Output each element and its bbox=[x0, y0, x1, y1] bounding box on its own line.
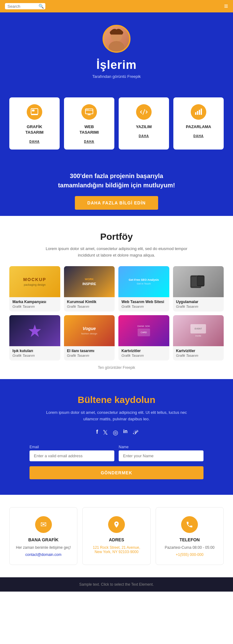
promo-text: 300'den fazla projenin başarıylatamamlan… bbox=[19, 171, 214, 190]
yazilim-link[interactable]: DAHA bbox=[139, 134, 149, 138]
top-bar: 🔍 ≡ bbox=[0, 0, 233, 12]
contact-grid: ✉ BANA GRAFİK Her zaman benimle iletişim… bbox=[9, 507, 224, 565]
contact-card-grafik: ✉ BANA GRAFİK Her zaman benimle iletişim… bbox=[9, 507, 77, 565]
portfolio-category-8: Grafik Tasarım bbox=[176, 354, 221, 357]
social-pinterest[interactable]: 𝒫 bbox=[133, 429, 137, 436]
social-facebook[interactable]: f bbox=[96, 429, 98, 436]
portfolio-item-6[interactable]: Vogue fashion design El ilanı tasarımı G… bbox=[64, 315, 115, 360]
portfolio-item-4[interactable]: Uygulamalar Grafik Tasarım bbox=[173, 266, 224, 311]
portfolio-info-7: Kartvizitler Grafik Tasarım bbox=[118, 346, 169, 360]
svg-point-12 bbox=[88, 110, 89, 110]
avatar bbox=[103, 25, 130, 53]
web-link[interactable]: DAHA bbox=[84, 140, 94, 143]
portfolio-credit: Ten görüntüler Freepik bbox=[9, 365, 224, 370]
portfolio-item-5[interactable]: Işık kutuları Grafik Tasarım bbox=[9, 315, 60, 360]
search-icon: 🔍 bbox=[39, 4, 44, 9]
service-card-yazilim: YAZILIM DAHA bbox=[119, 97, 169, 150]
pazarlama-title: PAZARLAMA bbox=[176, 124, 221, 130]
svg-rect-16 bbox=[199, 110, 200, 115]
portfolio-category-5: Grafik Tasarım bbox=[12, 354, 57, 357]
service-card-pazarlama: PAZARLAMA DAHA bbox=[173, 97, 224, 150]
grafik-title: GRAFİKTASARIM bbox=[12, 124, 57, 135]
contact-address-line2: New York, NY 92103-9000 bbox=[89, 550, 144, 554]
portfolio-item-8[interactable]: EVENT Invite Kartvizitler Grafik Tasarım bbox=[173, 315, 224, 360]
contact-card-telefon: TELEFON Pazartesi-Cuma 08:00 - 05:00 +1(… bbox=[156, 507, 224, 565]
svg-rect-15 bbox=[197, 111, 198, 115]
portfolio-image-1: MOCKUP packaging design bbox=[9, 266, 60, 297]
svg-point-11 bbox=[87, 110, 88, 110]
portfolio-image-6: Vogue fashion design bbox=[64, 315, 115, 346]
portfolio-info-2: Kurumsal Kimlik Grafik Tasarım bbox=[64, 297, 115, 311]
name-group: Name bbox=[119, 445, 203, 461]
portfolio-name-5: Işık kutuları bbox=[12, 349, 57, 353]
footer-text: Sample text. Click to select the Text El… bbox=[79, 582, 154, 587]
portfolio-freepik-link[interactable]: Freepik bbox=[123, 365, 135, 370]
social-instagram[interactable]: ◎ bbox=[113, 429, 118, 436]
portfolio-image-2: WORK INSPIRE bbox=[64, 266, 115, 297]
hero-title: İşlerim bbox=[6, 58, 227, 72]
footer: Sample text. Click to select the Text El… bbox=[0, 577, 233, 592]
email-input[interactable] bbox=[30, 450, 114, 461]
contact-card-adres: ADRES 121 Rock Street, 21 Avenue, New Yo… bbox=[82, 507, 150, 565]
avatar-image bbox=[104, 25, 129, 53]
portfolio-info-8: Kartvizitler Grafik Tasarım bbox=[173, 346, 224, 360]
svg-point-10 bbox=[86, 110, 87, 110]
email-label: Email bbox=[30, 445, 114, 449]
social-icons: f 𝕏 ◎ in 𝒫 bbox=[9, 429, 224, 436]
name-input[interactable] bbox=[119, 450, 203, 461]
name-label: Name bbox=[119, 445, 203, 449]
portfolio-grid-row1: MOCKUP packaging design Marka Kampanyası… bbox=[9, 266, 224, 311]
portfolio-image-5 bbox=[9, 315, 60, 346]
portfolio-name-6: El ilanı tasarımı bbox=[67, 349, 112, 353]
newsletter-title: Bültene kaydolun bbox=[9, 395, 224, 405]
portfolio-name-4: Uygulamalar bbox=[176, 300, 221, 304]
portfolio-name-8: Kartvizitler bbox=[176, 349, 221, 353]
portfolio-item-3[interactable]: Get Free SEO Analysis Get in Touch Web T… bbox=[118, 266, 169, 311]
email-group: Email bbox=[30, 445, 114, 461]
freepik-link[interactable]: Freepik bbox=[127, 74, 141, 79]
portfolio-item-7[interactable]: DANK SDK CARD Kartvizitler Grafik Tasarı… bbox=[118, 315, 169, 360]
portfolio-description: Lorem ipsum dolor sit amet, consectetur … bbox=[39, 246, 194, 259]
social-twitter[interactable]: 𝕏 bbox=[103, 429, 108, 436]
portfolio-info-3: Web Tasarım Web Sitesi Grafik Tasarım bbox=[118, 297, 169, 311]
contact-phone-hours: Pazartesi-Cuma 08:00 - 05:00 bbox=[162, 545, 217, 550]
yazilim-icon bbox=[136, 104, 152, 120]
portfolio-info-1: Marka Kampanyası Grafik Tasarım bbox=[9, 297, 60, 311]
portfolio-category-2: Grafik Tasarım bbox=[67, 305, 112, 308]
portfolio-item-2[interactable]: WORK INSPIRE Kurumsal Kimlik Grafik Tasa… bbox=[64, 266, 115, 311]
phone-icon bbox=[181, 516, 198, 533]
grafik-link[interactable]: DAHA bbox=[30, 140, 40, 143]
contact-grafik-title: BANA GRAFİK bbox=[16, 537, 71, 542]
submit-button[interactable]: GÖNDERMEK bbox=[30, 466, 203, 479]
contact-grafik-text: Her zaman benimle iletişime geç! bbox=[16, 545, 71, 550]
portfolio-name-2: Kurumsal Kimlik bbox=[67, 300, 112, 304]
contact-phone-link[interactable]: +1(555) 000-000 bbox=[176, 552, 203, 557]
portfolio-info-5: Işık kutuları Grafik Tasarım bbox=[9, 346, 60, 360]
portfolio-category-6: Grafik Tasarım bbox=[67, 354, 112, 357]
portfolio-category-7: Grafik Tasarım bbox=[121, 354, 166, 357]
search-box[interactable]: 🔍 bbox=[5, 3, 45, 9]
portfolio-item-1[interactable]: MOCKUP packaging design Marka Kampanyası… bbox=[9, 266, 60, 311]
portfolio-grid-row2: Işık kutuları Grafik Tasarım Vogue fashi… bbox=[9, 315, 224, 360]
contact-email-link[interactable]: contact@domain.com bbox=[25, 552, 62, 557]
contact-address-line1: 121 Rock Street, 21 Avenue, bbox=[89, 545, 144, 550]
svg-rect-3 bbox=[32, 110, 34, 111]
search-input[interactable] bbox=[7, 4, 39, 9]
services-grid: GRAFİKTASARIM DAHA WEBTASARIMI DAHA bbox=[9, 97, 224, 150]
email-icon: ✉ bbox=[35, 516, 52, 533]
portfolio-name-7: Kartvizitler bbox=[121, 349, 166, 353]
web-title: WEBTASARIMI bbox=[67, 124, 111, 135]
promo-button[interactable]: DAHA FAZLA BİLGİ EDİN bbox=[75, 196, 158, 210]
svg-rect-21 bbox=[197, 276, 204, 285]
newsletter-form: Email Name bbox=[30, 445, 203, 461]
svg-marker-22 bbox=[29, 324, 41, 337]
pazarlama-link[interactable]: DAHA bbox=[194, 134, 204, 138]
portfolio-name-1: Marka Kampanyası bbox=[12, 300, 57, 304]
menu-icon[interactable]: ≡ bbox=[224, 2, 228, 10]
social-linkedin[interactable]: in bbox=[123, 429, 127, 436]
svg-point-1 bbox=[108, 41, 124, 53]
hero-subtitle: Tarafından görüntü Freepik bbox=[6, 74, 227, 79]
service-card-web: WEBTASARIMI DAHA bbox=[64, 97, 114, 150]
svg-line-13 bbox=[143, 110, 145, 114]
yazilim-title: YAZILIM bbox=[122, 124, 166, 130]
